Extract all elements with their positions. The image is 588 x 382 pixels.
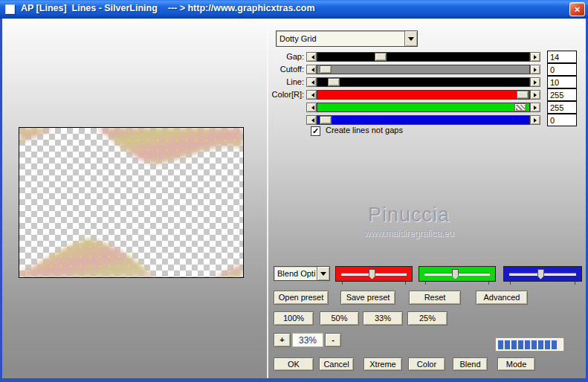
zoom-100-button[interactable]: 100% bbox=[274, 311, 314, 326]
app-icon bbox=[5, 4, 15, 14]
gap-value[interactable]: 14 bbox=[547, 51, 577, 63]
close-button[interactable]: × bbox=[569, 2, 585, 16]
color-blue-slider-track[interactable] bbox=[317, 115, 530, 125]
reset-button[interactable]: Reset bbox=[409, 291, 461, 305]
gap-slider-track[interactable] bbox=[317, 52, 530, 62]
gap-slider-thumb[interactable] bbox=[375, 53, 387, 61]
color-green-value[interactable]: 255 bbox=[547, 101, 577, 114]
progress-segment bbox=[532, 340, 537, 349]
preview-image bbox=[19, 128, 243, 277]
blend-green-slider-thumb[interactable] bbox=[452, 269, 459, 279]
line-label: Line: bbox=[262, 77, 304, 87]
mode-button[interactable]: Mode bbox=[497, 357, 535, 371]
slider-right-arrow[interactable] bbox=[530, 115, 540, 125]
cutoff-slider-thumb[interactable] bbox=[320, 65, 332, 74]
color-red-slider-thumb[interactable] bbox=[517, 91, 529, 99]
slider-right-arrow[interactable] bbox=[530, 65, 540, 74]
progress-segment bbox=[505, 340, 510, 349]
cancel-button[interactable]: Cancel bbox=[319, 357, 354, 371]
color-button[interactable]: Color bbox=[408, 357, 445, 371]
blend-blue-channel[interactable] bbox=[503, 266, 582, 282]
preset-select[interactable]: Dotty Grid bbox=[276, 30, 418, 47]
color-r-label: Color[R]: bbox=[262, 90, 304, 100]
gap-slider[interactable] bbox=[306, 52, 540, 62]
blend-red-slider-thumb[interactable] bbox=[369, 269, 375, 279]
watermark-url: www.maidiregrafica.eu bbox=[312, 228, 505, 239]
color-blue-value[interactable]: 0 bbox=[547, 114, 577, 126]
progress-segment bbox=[538, 340, 543, 349]
cutoff-label: Cutoff: bbox=[262, 65, 304, 74]
open-preset-button[interactable]: Open preset bbox=[274, 291, 329, 305]
save-preset-button[interactable]: Save preset bbox=[340, 291, 395, 305]
color-red-slider[interactable] bbox=[306, 90, 540, 100]
slider-right-arrow[interactable] bbox=[530, 52, 540, 62]
cutoff-value[interactable]: 0 bbox=[547, 63, 577, 76]
progress-segment bbox=[552, 340, 557, 349]
slider-left-arrow[interactable] bbox=[306, 115, 317, 125]
line-value[interactable]: 10 bbox=[547, 76, 577, 88]
blend-blue-slider-thumb[interactable] bbox=[537, 269, 544, 279]
blend-options-select[interactable]: Blend Opti bbox=[274, 266, 330, 281]
zoom-50-button[interactable]: 50% bbox=[320, 311, 359, 326]
zoom-33-button[interactable]: 33% bbox=[363, 311, 403, 326]
line-slider[interactable] bbox=[306, 77, 540, 87]
color-green-slider-track[interactable] bbox=[317, 103, 530, 112]
watermark: Pinuccia www.maidiregrafica.eu bbox=[312, 204, 505, 239]
zoom-25-button[interactable]: 25% bbox=[407, 311, 448, 326]
slider-left-arrow[interactable] bbox=[306, 103, 317, 112]
color-blue-slider-thumb[interactable] bbox=[320, 116, 332, 124]
watermark-name: Pinuccia bbox=[312, 204, 505, 227]
title-bar[interactable]: AP [Lines] Lines - SilverLining --- > ht… bbox=[0, 0, 588, 19]
cutoff-slider-track[interactable] bbox=[317, 65, 530, 74]
color-red-value[interactable]: 255 bbox=[547, 88, 577, 101]
chevron-down-icon[interactable] bbox=[317, 267, 329, 280]
blend-red-channel[interactable] bbox=[335, 266, 413, 282]
color-red-slider-track[interactable] bbox=[317, 90, 530, 100]
progress-segment bbox=[498, 340, 503, 349]
blend-green-channel[interactable] bbox=[419, 266, 496, 282]
progress-segment bbox=[518, 340, 523, 349]
zoom-in-button[interactable]: + bbox=[274, 333, 291, 347]
slider-right-arrow[interactable] bbox=[530, 77, 540, 87]
zoom-level-display: 33% bbox=[292, 333, 323, 347]
preview-canvas[interactable] bbox=[19, 127, 244, 278]
blend-button[interactable]: Blend bbox=[453, 357, 488, 371]
xtreme-button[interactable]: Xtreme bbox=[364, 357, 402, 371]
slider-left-arrow[interactable] bbox=[306, 65, 317, 74]
slider-left-arrow[interactable] bbox=[306, 77, 317, 87]
plugin-window: AP [Lines] Lines - SilverLining --- > ht… bbox=[0, 0, 588, 382]
gap-label: Gap: bbox=[262, 52, 304, 62]
slider-right-arrow[interactable] bbox=[530, 90, 540, 100]
preset-select-value: Dotty Grid bbox=[277, 34, 404, 43]
color-green-slider-thumb[interactable] bbox=[514, 103, 526, 111]
progress-segment bbox=[511, 340, 517, 349]
create-lines-checkbox-label: Create lines not gaps bbox=[326, 126, 403, 135]
zoom-out-button[interactable]: - bbox=[325, 333, 341, 347]
slider-right-arrow[interactable] bbox=[530, 103, 540, 112]
blend-options-value: Blend Opti bbox=[274, 269, 317, 278]
ok-button[interactable]: OK bbox=[274, 357, 314, 371]
progress-bar bbox=[496, 338, 563, 351]
window-title: AP [Lines] Lines - SilverLining --- > ht… bbox=[21, 3, 315, 13]
chevron-down-icon[interactable] bbox=[404, 31, 417, 46]
progress-segment bbox=[545, 340, 550, 349]
line-slider-track[interactable] bbox=[317, 77, 530, 87]
slider-left-arrow[interactable] bbox=[306, 90, 317, 100]
color-blue-slider[interactable] bbox=[306, 115, 540, 125]
cutoff-slider[interactable] bbox=[306, 65, 540, 74]
create-lines-checkbox[interactable] bbox=[311, 126, 320, 136]
line-slider-thumb[interactable] bbox=[328, 78, 340, 86]
advanced-button[interactable]: Advanced bbox=[476, 291, 528, 305]
progress-segment bbox=[525, 340, 530, 349]
color-green-slider[interactable] bbox=[306, 103, 540, 112]
slider-left-arrow[interactable] bbox=[306, 52, 317, 62]
